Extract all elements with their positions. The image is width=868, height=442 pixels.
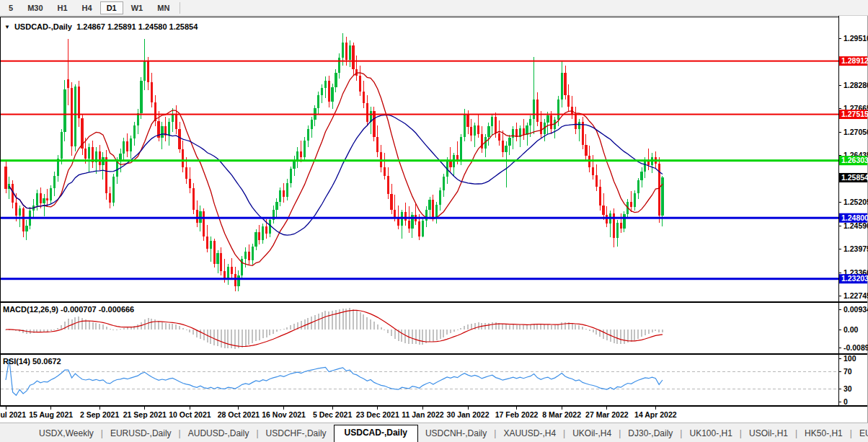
svg-text:1.23975: 1.23975 xyxy=(843,244,868,253)
svg-text:2 Sep 2021: 2 Sep 2021 xyxy=(80,410,119,419)
svg-text:0.00: 0.00 xyxy=(843,325,859,334)
svg-text:100: 100 xyxy=(843,354,856,363)
timeframe-button-h4[interactable]: H4 xyxy=(76,1,99,14)
svg-text:1.26303: 1.26303 xyxy=(841,156,868,164)
svg-text:5 Dec 2021: 5 Dec 2021 xyxy=(313,410,352,419)
timeframe-toolbar: 5M30H1H4D1W1MN xyxy=(0,0,868,16)
toolbar-separator xyxy=(180,2,180,14)
level-line-1.27515[interactable] xyxy=(1,114,838,115)
svg-text:14 Apr 2022: 14 Apr 2022 xyxy=(634,410,677,419)
chart-tab-uk100-h1[interactable]: UK100-,H1 xyxy=(682,426,739,442)
svg-text:10 Oct 2021: 10 Oct 2021 xyxy=(169,410,211,419)
svg-text:8 Mar 2022: 8 Mar 2022 xyxy=(542,410,581,419)
svg-text:70: 70 xyxy=(843,367,852,376)
timeframe-button-m30[interactable]: M30 xyxy=(21,1,49,14)
price-badge-1.26303: 1.26303 xyxy=(839,156,868,165)
chart-tab-usdchf-daily[interactable]: USDCHF-,Daily xyxy=(259,426,334,442)
price-badge-1.27515: 1.27515 xyxy=(839,110,868,119)
timeframe-button-d1[interactable]: D1 xyxy=(100,1,123,14)
svg-text:1.23203: 1.23203 xyxy=(841,274,868,283)
current-price-badge: 1.25854 xyxy=(839,173,868,182)
timeframe-button-mn[interactable]: MN xyxy=(151,1,176,14)
svg-text:15 Aug 2021: 15 Aug 2021 xyxy=(29,410,73,419)
level-line-1.23203[interactable] xyxy=(1,278,838,280)
svg-text:1.27050: 1.27050 xyxy=(843,128,868,136)
svg-text:1.25205: 1.25205 xyxy=(843,198,868,206)
chart-tab-usdcnh-daily[interactable]: USDCNH-,Daily xyxy=(418,426,494,442)
timeframe-button-w1[interactable]: W1 xyxy=(125,1,150,14)
svg-text:1.28912: 1.28912 xyxy=(841,56,868,65)
chart-tab-audusd-daily[interactable]: AUDUSD-,Daily xyxy=(181,426,257,442)
chart-canvas: 1.295101.282801.276651.270501.264351.252… xyxy=(0,16,868,423)
timeframe-button-h1[interactable]: H1 xyxy=(51,1,74,14)
svg-text:21 Sep 2021: 21 Sep 2021 xyxy=(123,410,167,419)
level-line-1.26303[interactable] xyxy=(1,159,838,162)
chart-tab-usdcad-daily[interactable]: USDCAD-,Daily xyxy=(334,425,418,442)
svg-text:1.24800: 1.24800 xyxy=(841,213,868,222)
svg-text:0: 0 xyxy=(843,397,848,406)
svg-text:11 Jan 2022: 11 Jan 2022 xyxy=(402,410,444,419)
svg-text:1.27515: 1.27515 xyxy=(841,110,868,118)
chart-tab-eu[interactable]: EU xyxy=(852,426,868,442)
chart-tab-usdx-weekly[interactable]: USDX,Weekly xyxy=(32,426,101,442)
chart-tab-ukoil-h4[interactable]: UKOil-,H4 xyxy=(565,426,619,442)
svg-text:23 Dec 2021: 23 Dec 2021 xyxy=(356,410,399,419)
price-badge-1.23203: 1.23203 xyxy=(839,274,868,283)
chart-tab-usoil-h1[interactable]: USOil-,H1 xyxy=(742,426,795,442)
chart-tab-hk50-h1[interactable]: HK50-,H1 xyxy=(797,426,850,442)
level-line-1.28912[interactable] xyxy=(1,61,838,62)
svg-text:1.28280: 1.28280 xyxy=(843,81,868,89)
chart-tab-xauusd-h4[interactable]: XAUUSD-,H4 xyxy=(496,426,563,442)
svg-text:1.29510: 1.29510 xyxy=(843,34,868,43)
svg-text:30 Jan 2022: 30 Jan 2022 xyxy=(447,410,490,419)
timeframe-button-5[interactable]: 5 xyxy=(2,1,19,14)
svg-text:16 Nov 2021: 16 Nov 2021 xyxy=(262,410,306,419)
svg-text:1.25854: 1.25854 xyxy=(841,173,868,182)
chart-tab-eurusd-daily[interactable]: EURUSD-,Daily xyxy=(103,426,179,442)
price-badge-1.24800: 1.24800 xyxy=(839,213,868,223)
svg-text:27 Mar 2022: 27 Mar 2022 xyxy=(585,410,629,419)
level-line-1.24800[interactable] xyxy=(1,217,838,219)
svg-text:-0.00890: -0.00890 xyxy=(843,343,868,352)
price-badge-1.28912: 1.28912 xyxy=(839,56,868,66)
svg-text:0.009345: 0.009345 xyxy=(843,305,868,314)
trading-platform-window: 5M30H1H4D1W1MN 1.295101.282801.276651.27… xyxy=(0,0,868,442)
svg-text:30: 30 xyxy=(843,384,852,393)
chart-tab-dj30-daily[interactable]: DJ30-,Daily xyxy=(621,426,680,442)
svg-text:1.22745: 1.22745 xyxy=(843,291,868,300)
svg-text:27 Jul 2021: 27 Jul 2021 xyxy=(0,410,26,419)
svg-text:28 Oct 2021: 28 Oct 2021 xyxy=(218,410,260,419)
chart-tab-bar: USDX,Weekly|EURUSD-,Daily|AUDUSD-,Daily|… xyxy=(0,423,868,442)
svg-text:17 Feb 2022: 17 Feb 2022 xyxy=(495,410,539,419)
